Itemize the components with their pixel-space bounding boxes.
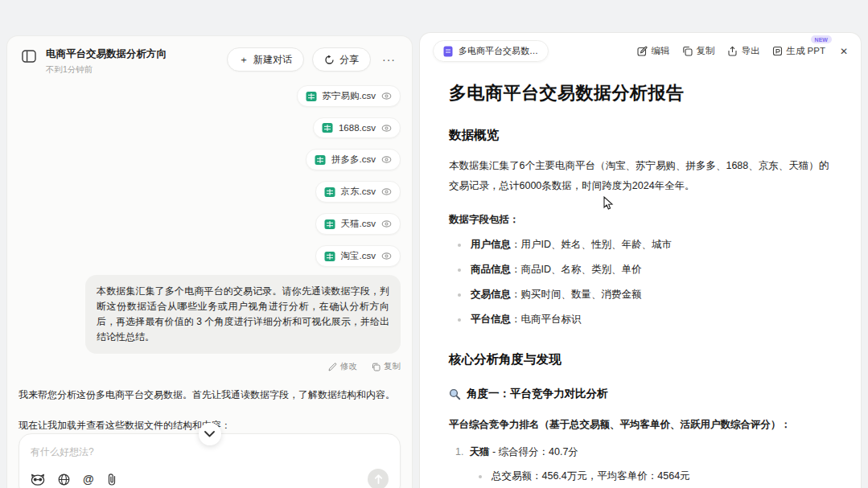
file-name: 苏宁易购.csv [323, 90, 376, 102]
edit-message-button[interactable]: 修改 [328, 361, 357, 372]
file-chip[interactable]: 1688.csv [313, 117, 401, 138]
field-detail: ：电商平台标识 [511, 314, 582, 325]
file-name: 淘宝.csv [341, 250, 376, 262]
file-chip[interactable]: 天猫.csv [315, 213, 401, 235]
preview-file-icon[interactable] [381, 92, 392, 100]
spreadsheet-icon [324, 251, 335, 262]
field-label: 交易信息 [471, 289, 511, 300]
document-icon [443, 46, 453, 57]
preview-file-icon[interactable] [381, 124, 392, 133]
platform-score: - 综合得分：40.7分 [489, 446, 578, 457]
file-chip[interactable]: 京东.csv [315, 181, 401, 203]
export-doc-button[interactable]: 导出 [727, 45, 759, 57]
file-name: 1688.csv [339, 123, 376, 133]
rank-item: 1.天猫 - 综合得分：40.7分 总交易额：456.4万元，平均客单价：456… [449, 445, 830, 488]
section-heading-overview: 数据概览 [449, 127, 830, 144]
new-badge: NEW [811, 35, 832, 43]
copy-label: 复制 [384, 361, 401, 372]
mention-icon[interactable]: @ [83, 474, 94, 485]
chat-header-left: 电商平台交易数据分析方向 不到1分钟前 [20, 47, 167, 76]
rank-detail-list: 总交易额：456.4万元，平均客单价：4564元 活跃用户数：947人 [455, 470, 830, 488]
section-heading-analysis: 核心分析角度与发现 [449, 351, 830, 368]
edit-doc-label: 编辑 [651, 45, 669, 57]
edit-doc-button[interactable]: 编辑 [637, 45, 669, 57]
platform-rank-list: 1.天猫 - 综合得分：40.7分 总交易额：456.4万元，平均客单价：456… [449, 445, 830, 488]
rank-index: 1. [455, 446, 463, 457]
field-detail: ：商品ID、名称、类别、单价 [511, 264, 642, 275]
overview-intro: 本数据集汇集了6个主要电商平台（淘宝、苏宁易购、拼多多、1688、京东、天猫）的… [449, 156, 830, 196]
chat-title: 电商平台交易数据分析方向 [46, 47, 167, 61]
field-item: 用户信息：用户ID、姓名、性别、年龄、城市 [449, 238, 830, 252]
composer-toolbar: @ [31, 469, 389, 488]
field-item: 平台信息：电商平台标识 [449, 313, 830, 326]
attachment-icon[interactable] [107, 474, 117, 486]
angle1-heading: 角度一：平台竞争力对比分析 [449, 387, 830, 401]
share-button[interactable]: 分享 [312, 47, 371, 72]
share-label: 分享 [339, 53, 359, 67]
field-label: 平台信息 [471, 314, 511, 325]
export-doc-label: 导出 [741, 45, 759, 57]
file-chip[interactable]: 拼多多.csv [306, 149, 401, 170]
document-panel: 多电商平台交易数… 编辑 复制 导出 NEW 生成 PPT [419, 32, 862, 488]
field-detail: ：用户ID、姓名、性别、年龄、城市 [511, 239, 672, 250]
message-actions: 修改 复制 [19, 361, 401, 372]
preview-file-icon[interactable] [381, 252, 392, 260]
field-label: 用户信息 [471, 239, 511, 250]
more-options-button[interactable]: ··· [379, 53, 399, 66]
preview-file-icon[interactable] [381, 155, 392, 164]
copy-doc-button[interactable]: 复制 [682, 45, 714, 57]
copy-doc-label: 复制 [696, 45, 714, 57]
composer-area: @ 以上内容由人工智能生成合成 [7, 433, 412, 488]
generate-ppt-button[interactable]: NEW 生成 PPT [772, 45, 825, 57]
field-item: 商品信息：商品ID、名称、类别、单价 [449, 263, 830, 277]
share-icon [324, 55, 335, 65]
chat-message-list: 苏宁易购.csv 1688.csv 拼多多.csv 京东.csv [7, 82, 412, 433]
fields-label: 数据字段包括： [449, 213, 830, 227]
user-message-bubble: 本数据集汇集了多个电商平台的交易记录。请你先通读数据字段，判断这份数据适合从哪些… [85, 275, 401, 354]
document-tab[interactable]: 多电商平台交易数… [433, 40, 549, 62]
edit-label: 修改 [340, 361, 357, 372]
web-search-icon[interactable] [58, 474, 70, 486]
chat-header-actions: ＋ 新建对话 分享 ··· [227, 47, 399, 72]
document-header: 多电商平台交易数… 编辑 复制 导出 NEW 生成 PPT [420, 33, 861, 68]
spreadsheet-icon [306, 91, 317, 102]
file-name: 拼多多.csv [331, 154, 376, 166]
file-chip[interactable]: 淘宝.csv [315, 245, 401, 267]
chat-timestamp: 不到1分钟前 [46, 64, 167, 76]
chat-header: 电商平台交易数据分析方向 不到1分钟前 ＋ 新建对话 分享 ··· [7, 36, 412, 82]
preview-file-icon[interactable] [381, 187, 392, 196]
chat-title-block: 电商平台交易数据分析方向 不到1分钟前 [46, 47, 167, 76]
file-name: 天猫.csv [341, 218, 376, 230]
document-content: 多电商平台交易数据分析报告 数据概览 本数据集汇集了6个主要电商平台（淘宝、苏宁… [420, 68, 861, 488]
assistant-mascot-icon[interactable] [31, 474, 45, 486]
chat-input[interactable] [31, 446, 389, 457]
field-detail: ：购买时间、数量、消费金额 [511, 289, 642, 300]
preview-file-icon[interactable] [381, 219, 392, 228]
plus-icon: ＋ [239, 53, 249, 67]
platform-name: 天猫 [469, 446, 489, 457]
new-chat-label: 新建对话 [253, 53, 292, 67]
field-label: 商品信息 [471, 264, 511, 275]
send-button[interactable] [368, 469, 389, 488]
assistant-message: 我来帮您分析这份多电商平台交易数据。首先让我通读数据字段，了解数据结构和内容。 [19, 388, 401, 403]
spreadsheet-icon [322, 122, 333, 133]
document-toolbar: 编辑 复制 导出 NEW 生成 PPT ✕ [637, 45, 848, 57]
data-fields-list: 用户信息：用户ID、姓名、性别、年龄、城市 商品信息：商品ID、名称、类别、单价… [449, 238, 830, 326]
uploaded-files: 苏宁易购.csv 1688.csv 拼多多.csv 京东.csv [19, 84, 401, 267]
document-tab-title: 多电商平台交易数… [459, 45, 538, 57]
spreadsheet-icon [324, 187, 335, 198]
file-chip[interactable]: 苏宁易购.csv [297, 85, 401, 107]
chat-panel: 电商平台交易数据分析方向 不到1分钟前 ＋ 新建对话 分享 ··· [6, 35, 413, 488]
rank-detail: 总交易额：456.4万元，平均客单价：4564元 [455, 470, 830, 483]
report-title: 多电商平台交易数据分析报告 [449, 81, 830, 105]
angle1-title: 角度一：平台竞争力对比分析 [467, 387, 608, 401]
close-panel-button[interactable]: ✕ [838, 46, 848, 57]
rank-label: 平台综合竞争力排名（基于总交易额、平均客单价、活跃用户数综合评分）： [449, 418, 830, 432]
sidebar-toggle-icon[interactable] [20, 47, 38, 65]
generate-ppt-label: 生成 PPT [786, 45, 825, 57]
copy-message-button[interactable]: 复制 [372, 361, 401, 372]
new-chat-button[interactable]: ＋ 新建对话 [227, 47, 304, 72]
spreadsheet-icon [324, 219, 335, 230]
scroll-to-bottom-button[interactable] [199, 423, 221, 445]
field-item: 交易信息：购买时间、数量、消费金额 [449, 288, 830, 301]
